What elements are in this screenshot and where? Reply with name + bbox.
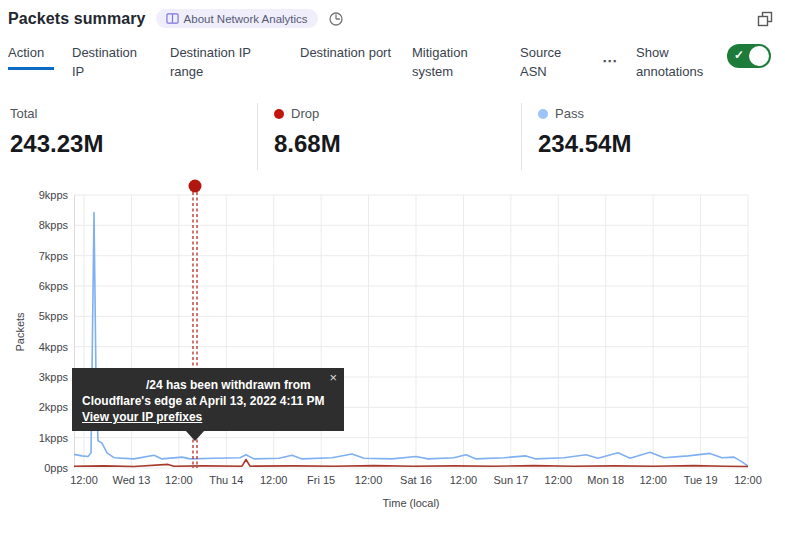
packets-chart: 9kpps8kpps7kpps6kpps5kpps4kpps3kpps2kpps… [0,170,785,520]
stat-pass: Pass234.54M [521,103,785,170]
y-tick-label: 2kpps [0,400,68,414]
tab-destination-ip-range[interactable]: Destination IP range [170,43,282,86]
tooltip-line2: Cloudflare's edge at April 13, 2022 4:11… [82,393,334,409]
stat-label: Drop [291,106,319,121]
tab-label: Source ASN [520,45,561,79]
clock-glyph [328,11,344,27]
tab-label: Mitigation system [412,45,468,79]
book-icon [166,12,179,25]
about-network-analytics-badge[interactable]: About Network Analytics [156,9,318,28]
y-tick-label: 1kpps [0,431,68,445]
stat-value: 243.23M [10,130,257,158]
stat-label: Pass [555,106,584,121]
tab-destination-port[interactable]: Destination port [300,43,394,67]
annotation-tooltip: × /24 has been withdrawn from Cloudflare… [72,368,344,431]
close-icon[interactable]: × [329,371,337,384]
header: Packets summary About Network Analytics [0,0,785,28]
view-ip-prefixes-link[interactable]: View your IP prefixes [82,410,202,424]
time-icon[interactable] [328,11,344,27]
tab-bar: ActionDestination IPDestination IP range… [0,43,785,86]
more-tabs-icon[interactable]: ⋯ [602,53,618,68]
stat-value: 8.68M [274,130,521,158]
y-tick-label: 0pps [0,461,68,475]
y-tick-label: 3kpps [0,370,68,384]
overlap-squares-glyph [757,11,773,27]
stat-total: Total243.23M [10,103,257,170]
tab-label: Action [8,45,44,60]
pass-legend-dot [538,109,548,119]
show-annotations-toggle[interactable]: ✓ [727,44,771,68]
show-annotations-label: Show annotations [636,43,718,81]
stat-drop: Drop8.68M [257,103,521,170]
expand-panel-icon[interactable] [757,11,773,27]
y-tick-label: 5kpps [0,309,68,323]
tab-label: Destination port [300,45,391,60]
y-tick-label: 4kpps [0,340,68,354]
page-title: Packets summary [8,10,146,28]
y-tick-label: 6kpps [0,279,68,293]
annotation-marker-dot[interactable] [189,180,202,193]
toggle-knob [749,46,769,66]
tab-mitigation-system[interactable]: Mitigation system [412,43,502,86]
tooltip-line1: /24 has been withdrawn from [82,377,334,393]
series-line-drop [74,460,748,467]
about-badge-label: About Network Analytics [184,13,308,25]
tab-source-asn[interactable]: Source ASN [520,43,578,86]
drop-legend-dot [274,109,284,119]
y-tick-label: 8kpps [0,218,68,232]
tooltip-arrow [185,430,205,441]
x-tick-label: 12:00 [715,474,781,486]
stats-row: Total243.23MDrop8.68MPass234.54M [0,103,785,170]
tab-label: Destination IP [72,45,137,79]
tab-action[interactable]: Action [8,43,54,70]
x-axis-title: Time (local) [74,497,748,509]
toggle-check-icon: ✓ [734,48,744,62]
y-axis-title: Packets [14,302,28,362]
y-tick-label: 9kpps [0,188,68,202]
stat-value: 234.54M [538,130,785,158]
stat-label: Total [10,106,37,121]
tab-label: Destination IP range [170,45,251,79]
y-tick-label: 7kpps [0,249,68,263]
tab-destination-ip[interactable]: Destination IP [72,43,152,86]
